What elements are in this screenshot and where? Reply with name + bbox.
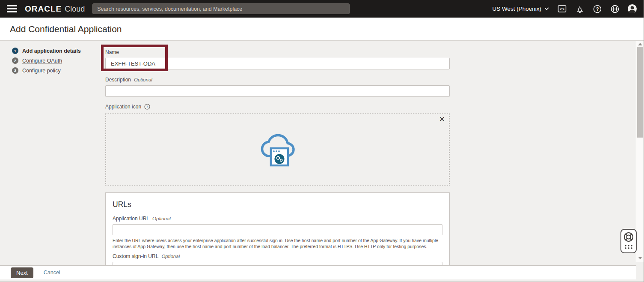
wizard-step-add-application-details: 1 Add application details xyxy=(12,48,81,54)
custom-signin-url-optional-tag: Optional xyxy=(161,254,180,259)
scrollbar-thumb[interactable] xyxy=(637,47,643,138)
main-content: 1 Add application details 2 Configure OA… xyxy=(0,41,636,265)
global-search xyxy=(92,3,350,14)
next-button[interactable]: Next xyxy=(11,267,33,278)
description-field-label-row: Description Optional xyxy=(105,77,450,83)
cancel-link[interactable]: Cancel xyxy=(44,270,60,276)
application-url-optional-tag: Optional xyxy=(152,216,171,221)
search-input[interactable] xyxy=(92,3,350,14)
step-number-badge: 1 xyxy=(12,48,18,54)
urls-heading: URLs xyxy=(113,200,442,209)
floating-help-widget[interactable] xyxy=(620,229,637,253)
help-icon[interactable]: ? xyxy=(593,4,602,13)
name-label: Name xyxy=(105,49,119,55)
step-label: Add application details xyxy=(22,48,81,54)
name-field-label-row: Name xyxy=(105,49,450,55)
svg-text:i: i xyxy=(147,105,148,109)
brand-oracle: ORACLE xyxy=(25,4,62,14)
top-navigation-bar: ORACLE Cloud US West (Phoenix) <> xyxy=(0,0,644,18)
description-optional-tag: Optional xyxy=(134,77,152,82)
cloud-shell-icon[interactable]: <> xyxy=(558,4,567,13)
description-label: Description xyxy=(105,77,131,83)
brand-cloud: Cloud xyxy=(65,5,85,14)
region-label: US West (Phoenix) xyxy=(492,6,541,12)
close-icon[interactable]: ✕ xyxy=(439,116,445,123)
notifications-bell-icon[interactable] xyxy=(575,4,584,13)
step-number-badge: 2 xyxy=(12,57,18,64)
page-title: Add Confidential Application xyxy=(10,24,122,34)
info-icon[interactable]: i xyxy=(144,104,150,110)
wizard-steps: 1 Add application details 2 Configure OA… xyxy=(12,48,81,77)
application-icon-label-row: Application icon i xyxy=(105,104,450,110)
region-selector[interactable]: US West (Phoenix) xyxy=(492,6,549,12)
application-icon-upload-area[interactable]: ✕ xyxy=(105,113,450,186)
page-header: Add Confidential Application xyxy=(0,18,644,41)
hamburger-menu-icon[interactable] xyxy=(7,5,17,12)
scrollbar-up-arrow[interactable] xyxy=(638,43,642,45)
application-url-help-text: Enter the URL where users access your en… xyxy=(113,237,442,249)
wizard-footer: Next Cancel xyxy=(0,265,636,279)
step-number-badge: 3 xyxy=(12,67,18,74)
custom-signin-url-label: Custom sign-in URL xyxy=(113,253,158,259)
custom-signin-url-label-row: Custom sign-in URL Optional xyxy=(113,253,442,259)
scrollbar-down-arrow[interactable] xyxy=(638,257,642,259)
step-link[interactable]: Configure OAuth xyxy=(22,58,62,64)
wizard-step-configure-policy: 3 Configure policy xyxy=(12,67,81,74)
application-url-label-row: Application URL Optional xyxy=(113,216,442,222)
language-globe-icon[interactable] xyxy=(610,4,619,13)
svg-text:<>: <> xyxy=(560,7,565,12)
user-avatar[interactable] xyxy=(628,4,637,13)
svg-text:?: ? xyxy=(596,6,599,12)
oracle-cloud-logo[interactable]: ORACLE Cloud xyxy=(25,4,85,14)
chevron-down-icon xyxy=(544,7,549,10)
wizard-step-configure-oauth: 2 Configure OAuth xyxy=(12,57,81,64)
topbar-right-group: US West (Phoenix) <> xyxy=(492,4,637,13)
application-icon-label: Application icon xyxy=(105,104,141,110)
lifebuoy-icon xyxy=(622,231,635,251)
urls-section: URLs Application URL Optional Enter the … xyxy=(105,192,450,272)
step-link[interactable]: Configure policy xyxy=(22,68,61,74)
application-url-field[interactable] xyxy=(113,224,442,235)
oracle-cloud-console: ORACLE Cloud US West (Phoenix) <> xyxy=(0,0,644,282)
description-field[interactable] xyxy=(105,85,450,97)
application-details-form: Name Description Optional Application ic… xyxy=(105,41,450,272)
name-field[interactable] xyxy=(105,58,450,69)
vertical-scrollbar[interactable] xyxy=(636,41,644,262)
cloud-application-icon xyxy=(257,132,298,167)
application-url-label: Application URL xyxy=(113,216,149,222)
